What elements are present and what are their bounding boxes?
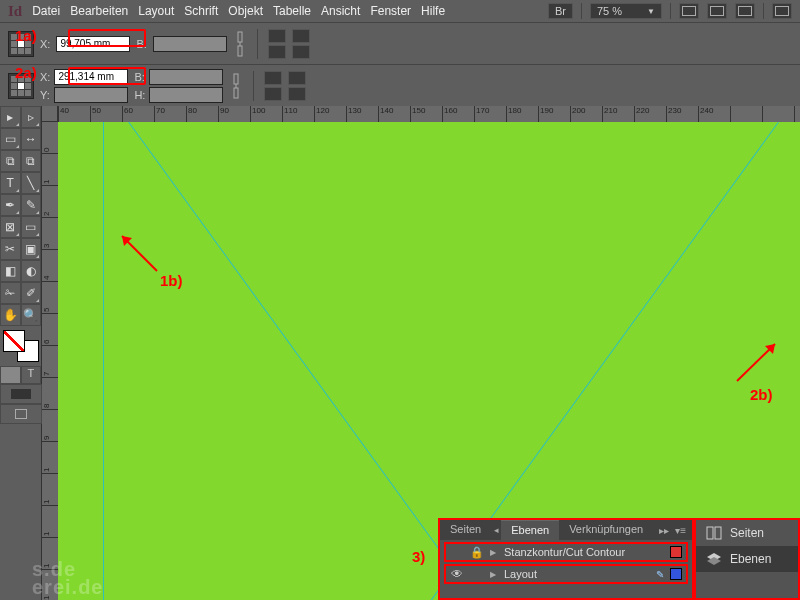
transform-icon[interactable]: [264, 87, 282, 101]
content-collector-icon[interactable]: ⧉: [0, 150, 21, 172]
panel-collapse-icon[interactable]: ▸▸: [659, 525, 669, 536]
selection-tool-icon[interactable]: ▸: [0, 106, 21, 128]
menu-hilfe[interactable]: Hilfe: [421, 4, 445, 18]
hand-tool-icon[interactable]: ✋: [0, 304, 21, 326]
transform-tool-icon[interactable]: ▣: [21, 238, 42, 260]
rectangle-frame-tool-icon[interactable]: ⊠: [0, 216, 21, 238]
lock-icon[interactable]: 🔒: [470, 546, 484, 559]
separator: [253, 71, 254, 101]
page-tool-icon[interactable]: ▭: [0, 128, 21, 150]
x-input-1[interactable]: 99,705 mm: [56, 36, 130, 52]
panels-dock: 3) Seiten ◂ Ebenen Verknüpfungen ▸▸ ▾≡ 🔒…: [438, 518, 800, 600]
ruler-vertical[interactable]: 012345678911111: [42, 122, 58, 600]
menu-schrift[interactable]: Schrift: [184, 4, 218, 18]
content-placer-icon[interactable]: ⧉: [21, 150, 42, 172]
zoom-dropdown[interactable]: 75 % ▼: [590, 3, 662, 19]
bridge-button[interactable]: Br: [548, 3, 573, 19]
svg-rect-11: [715, 527, 721, 539]
transform-icon[interactable]: [268, 45, 286, 59]
x-label: X:: [40, 38, 50, 50]
svg-rect-4: [234, 88, 238, 98]
pen-target-icon[interactable]: ✎: [656, 569, 664, 580]
menu-ansicht[interactable]: Ansicht: [321, 4, 360, 18]
eyedropper-tool-icon[interactable]: ✐: [21, 282, 42, 304]
dock-item-seiten[interactable]: Seiten: [696, 520, 798, 546]
layers-panel: Seiten ◂ Ebenen Verknüpfungen ▸▸ ▾≡ 🔒 ▶ …: [438, 518, 694, 600]
container-text-toggle[interactable]: T: [0, 366, 41, 384]
layer-name: Layout: [504, 568, 650, 580]
svg-rect-1: [238, 46, 242, 56]
disclosure-icon[interactable]: ▶: [490, 570, 498, 579]
link-icon[interactable]: [229, 72, 243, 100]
line-tool-icon[interactable]: ╲: [21, 172, 42, 194]
scissors-tool-icon[interactable]: ✂: [0, 238, 21, 260]
screen-mode-icon[interactable]: [707, 3, 727, 19]
svg-rect-10: [707, 527, 713, 539]
h-label: H:: [134, 89, 145, 101]
menu-layout[interactable]: Layout: [138, 4, 174, 18]
tab-expander-icon[interactable]: ◂: [491, 520, 501, 540]
flip-icon[interactable]: [292, 45, 310, 59]
gradient-feather-tool-icon[interactable]: ◐: [21, 260, 42, 282]
direct-selection-tool-icon[interactable]: ▹: [21, 106, 42, 128]
separator: [670, 3, 671, 19]
flip-icon[interactable]: [288, 87, 306, 101]
layer-row-layout[interactable]: 👁 ▶ Layout ✎: [444, 564, 688, 584]
view-mode-icon[interactable]: [679, 3, 699, 19]
flip-icon[interactable]: [292, 29, 310, 43]
panel-menu-icon[interactable]: ▾≡: [675, 525, 686, 536]
rectangle-tool-icon[interactable]: ▭: [21, 216, 42, 238]
ruler-horizontal[interactable]: 4050607080901001101201301401501601701801…: [58, 106, 800, 122]
visibility-icon[interactable]: 👁: [450, 567, 464, 581]
layer-color-swatch: [670, 568, 682, 580]
gradient-tool-icon[interactable]: ◧: [0, 260, 21, 282]
guide-line[interactable]: [103, 122, 104, 600]
layer-name: Stanzkontur/Cut Contour: [504, 546, 664, 558]
b-input-1[interactable]: [153, 36, 227, 52]
menu-fenster[interactable]: Fenster: [370, 4, 411, 18]
arrange-icon[interactable]: [735, 3, 755, 19]
menubar: Id Datei Bearbeiten Layout Schrift Objek…: [0, 0, 800, 22]
control-bar-1: X: 99,705 mm B:: [0, 22, 800, 64]
gap-tool-icon[interactable]: ↔: [21, 128, 42, 150]
menu-datei[interactable]: Datei: [32, 4, 60, 18]
transform-icon[interactable]: [268, 29, 286, 43]
fill-stroke-swatch[interactable]: [3, 330, 39, 362]
apply-color-icon[interactable]: [0, 384, 42, 404]
tab-verknuepfungen[interactable]: Verknüpfungen: [559, 520, 653, 540]
disclosure-icon[interactable]: ▶: [490, 548, 498, 557]
menu-tabelle[interactable]: Tabelle: [273, 4, 311, 18]
ruler-origin[interactable]: [42, 106, 58, 122]
menu-objekt[interactable]: Objekt: [228, 4, 263, 18]
tab-ebenen[interactable]: Ebenen: [501, 520, 559, 540]
zoom-tool-icon[interactable]: 🔍: [21, 304, 42, 326]
b-label: B:: [134, 71, 144, 83]
menu-bearbeiten[interactable]: Bearbeiten: [70, 4, 128, 18]
reference-point-icon[interactable]: [8, 31, 34, 57]
dock-item-ebenen[interactable]: Ebenen: [696, 546, 798, 572]
reference-point-icon[interactable]: [8, 73, 34, 99]
y-label: Y:: [40, 89, 50, 101]
x-input-2[interactable]: 291,314 mm: [54, 69, 128, 85]
svg-rect-3: [234, 74, 238, 84]
type-tool-icon[interactable]: T: [0, 172, 21, 194]
tab-seiten[interactable]: Seiten: [440, 520, 491, 540]
app-logo: Id: [8, 3, 22, 20]
separator: [257, 29, 258, 59]
note-tool-icon[interactable]: ✁: [0, 282, 21, 304]
workspace-switcher-icon[interactable]: [772, 3, 792, 19]
transform-icon[interactable]: [264, 71, 282, 85]
pen-tool-icon[interactable]: ✒: [0, 194, 21, 216]
pencil-tool-icon[interactable]: ✎: [21, 194, 42, 216]
h-input-2[interactable]: [149, 87, 223, 103]
separator: [763, 3, 764, 19]
b-input-2[interactable]: [149, 69, 223, 85]
control-bar-2: X: 291,314 mm Y: B: H:: [0, 64, 800, 106]
separator: [581, 3, 582, 19]
flip-icon[interactable]: [288, 71, 306, 85]
view-mode-toggle-icon[interactable]: [0, 404, 42, 424]
b-label: B:: [136, 38, 146, 50]
layer-row-stanzkontur[interactable]: 🔒 ▶ Stanzkontur/Cut Contour: [444, 542, 688, 562]
y-input-2[interactable]: [54, 87, 128, 103]
link-icon[interactable]: [233, 30, 247, 58]
